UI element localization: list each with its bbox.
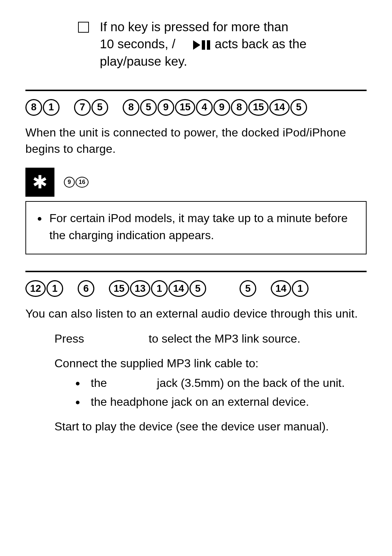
- charge-body: When the unit is connected to power, the…: [25, 124, 367, 157]
- circled-number: 8: [123, 99, 139, 116]
- heading-word: 5: [240, 280, 256, 297]
- circled-number: 8: [231, 99, 248, 116]
- circled-number: 1: [46, 280, 63, 297]
- note-label: 9 16: [64, 177, 89, 188]
- step1-rest: to select the MP3 link source.: [149, 332, 301, 345]
- heading-word: 8 5 9 15 4 9 8 15 14 5: [123, 99, 307, 116]
- circled-number: 1: [292, 280, 309, 297]
- circled-number: 5: [189, 280, 206, 297]
- step2-sub-a: the jack (3.5mm) on the back of the unit…: [85, 374, 367, 392]
- circled-number: 1: [151, 280, 168, 297]
- asterisk-icon: ✱: [25, 168, 54, 197]
- circled-number: 5: [140, 99, 157, 116]
- step-3: Start to play the device (see the device…: [54, 418, 367, 435]
- note-header: ✱ 9 16: [25, 168, 367, 197]
- circled-number: 15: [175, 99, 195, 116]
- section-divider: [25, 271, 367, 272]
- heading-source: 12 1 6 15 13 1 14 5 5 14 1: [25, 280, 392, 297]
- circled-number: 12: [25, 280, 46, 297]
- heading-word: 8 1: [25, 99, 60, 116]
- heading-charge: 8 1 7 5 8 5 9 15 4 9 8 15 14 5: [25, 99, 367, 116]
- circled-number: 9: [64, 177, 75, 188]
- circled-number: 13: [130, 280, 150, 297]
- step2a-the: the: [91, 376, 107, 389]
- step2-intro: Connect the supplied MP3 link cable to:: [54, 357, 258, 370]
- circled-number: 7: [74, 99, 91, 116]
- steps-list: Press to select the MP3 link source. Con…: [25, 330, 367, 435]
- top-note-line1: If no key is pressed for more than: [100, 20, 288, 34]
- circled-number: 15: [248, 99, 269, 116]
- circled-number: 1: [43, 99, 60, 116]
- top-note-text: If no key is pressed for more than 10 se…: [100, 18, 306, 70]
- step2-sub-b: the headphone jack on an external device…: [85, 393, 367, 410]
- svg-marker-0: [193, 40, 200, 50]
- circled-number: 16: [75, 177, 89, 188]
- top-note: If no key is pressed for more than 10 se…: [78, 18, 352, 70]
- heading-word: 15 13 1 14 5: [109, 280, 206, 297]
- play-pause-icon: [193, 40, 211, 50]
- circled-number: 8: [25, 99, 42, 116]
- heading-word: 14 1: [271, 280, 309, 297]
- step-2: Connect the supplied MP3 link cable to: …: [54, 355, 367, 410]
- circled-number: 15: [109, 280, 129, 297]
- circled-number: 9: [158, 99, 174, 116]
- svg-rect-1: [202, 40, 205, 50]
- section-divider: [25, 90, 367, 91]
- note-box: For certain iPod models, it may take up …: [25, 201, 367, 254]
- circled-number: 9: [213, 99, 230, 116]
- circled-number: 5: [240, 280, 256, 297]
- circled-number: 4: [196, 99, 213, 116]
- step2a-rest: jack (3.5mm) on the back of the unit.: [157, 376, 345, 389]
- step-1: Press to select the MP3 link source.: [54, 330, 367, 347]
- heading-word: 6: [78, 280, 94, 297]
- circled-number: 5: [290, 99, 307, 116]
- note-item: For certain iPod models, it may take up …: [47, 210, 355, 244]
- circled-number: 6: [78, 280, 94, 297]
- top-note-line2a: 10 seconds, /: [100, 37, 175, 51]
- source-body: You can also listen to an external audio…: [25, 306, 367, 322]
- circled-number: 5: [91, 99, 108, 116]
- circled-number: 14: [168, 280, 189, 297]
- step1-press: Press: [54, 332, 84, 345]
- heading-word: 12 1: [25, 280, 63, 297]
- top-note-line3: play/pause key.: [100, 54, 187, 68]
- circled-number: 14: [269, 99, 290, 116]
- circled-number: 14: [271, 280, 291, 297]
- top-note-line2b: acts back as the: [215, 37, 307, 51]
- heading-word: 7 5: [74, 99, 108, 116]
- page: If no key is pressed for more than 10 se…: [0, 0, 392, 556]
- svg-rect-2: [207, 40, 210, 50]
- checkbox-icon: [78, 22, 89, 33]
